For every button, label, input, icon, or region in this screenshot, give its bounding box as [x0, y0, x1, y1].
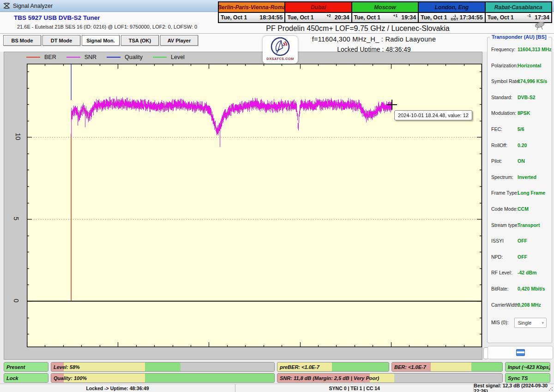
meter-lock: Lock — [4, 373, 48, 383]
satellite-dish-icon — [532, 21, 547, 32]
dxsatcs-logo-text: DXSATCS.COM — [266, 57, 294, 61]
transponder-label: Symbol Rate: — [491, 78, 520, 84]
transponder-value: 0,208 MHz — [518, 302, 541, 308]
legend-label: BER — [44, 54, 56, 60]
transponder-value: DVB-S2 — [518, 95, 536, 100]
transponder-value: Horizontal — [518, 63, 541, 68]
meter-text: SNR: 11,8 dB (Margin: 2,5 dB | Very Poor… — [280, 375, 379, 381]
meter-segment-gray — [394, 374, 502, 382]
meter-snr: SNR: 11,8 dB (Margin: 2,5 dB | Very Poor… — [277, 373, 503, 383]
meter-segment-yellow — [431, 362, 471, 371]
tab-tsa-ok[interactable]: TSA (OK) — [121, 35, 159, 46]
mis-row: MIS (0): Single ▾ — [491, 320, 548, 330]
transponder-row-rf-level: RF Level:-42 dBm — [491, 270, 548, 276]
clock-berlin-paris-vienna-roma: Berlin-Paris-Vienna-RomaTue, Oct 118:34:… — [219, 2, 285, 22]
transponder-value: OFF — [518, 238, 527, 244]
chevron-down-icon: ▾ — [542, 321, 544, 325]
transponder-panel: Transponder (AU) [BS] Frequency:11604,31… — [487, 37, 552, 343]
save-snapshot-button[interactable] — [488, 346, 553, 359]
clock-time-value: 17:34 — [535, 14, 549, 21]
transponder-panel-title: Transponder (AU) [BS] — [490, 34, 548, 40]
clock-city-label: Moscow — [352, 2, 418, 13]
chart-legend: BERSNRQualityLevel — [26, 53, 195, 62]
clock-rabat-casablanca: Rabat-CasablancaTue, Oct 1-117:34 — [486, 2, 551, 22]
transponder-label: Standard: — [491, 95, 512, 100]
world-clocks: Berlin-Paris-Vienna-RomaTue, Oct 118:34:… — [218, 1, 552, 23]
clock-time: Tue, Oct 118:34:55 — [219, 13, 284, 22]
transponder-row-code-mode: Code Mode:CCM — [491, 206, 548, 213]
transponder-label: ISSYI — [491, 238, 504, 244]
tab-bs-mode[interactable]: BS Mode — [3, 35, 41, 46]
legend-swatch-level — [153, 57, 167, 58]
transponder-row-symbol-rate: Symbol Rate:174,996 KS/s — [491, 78, 548, 85]
meter-preber: preBER: <1.0E-7 — [277, 362, 389, 372]
legend-label: Level — [171, 54, 185, 60]
transponder-label: Frame Type: — [491, 190, 518, 196]
clock-time: Tue, Oct 1+119:34 — [352, 13, 418, 22]
tab-dt-mode[interactable]: DT Mode — [42, 35, 80, 46]
transponder-label: Spectrum: — [491, 174, 513, 180]
transponder-row-fec: FEC:5/6 — [491, 126, 548, 133]
transponder-value: CCM — [518, 206, 529, 212]
transponder-label: Frequency: — [491, 47, 516, 52]
transponder-label: Polarization: — [491, 63, 518, 68]
clock-utc-offset: -1 — [527, 13, 531, 18]
clock-london-eng: London, EngTue, Oct 1-1DST17:34:55 — [419, 2, 485, 22]
transponder-row-issyi: ISSYIOFF — [491, 238, 548, 244]
clock-time: Tue, Oct 1+220:34 — [285, 13, 351, 22]
clock-date: Tue, Oct 1 — [354, 14, 380, 21]
transponder-value: 11604,313 MHz — [518, 47, 552, 52]
legend-swatch-ber — [26, 57, 40, 58]
transponder-label: CarrierWidth: — [491, 302, 520, 308]
clock-time-value: 17:34:55 — [460, 14, 483, 21]
transponder-value: 0,420 Mbit/s — [518, 286, 545, 291]
meter-segment-green — [471, 362, 502, 371]
clock-utc-offset: -1DST — [451, 14, 458, 21]
tab-av-player[interactable]: AV Player — [160, 35, 198, 46]
transponder-row-npd: NPD:OFF — [491, 254, 548, 261]
meter-fill — [51, 362, 274, 371]
meter-quality: Quality: 100% — [51, 373, 275, 383]
y-axis-label: 10 — [14, 133, 22, 141]
disk-icon — [516, 349, 525, 356]
tab-signal-mon[interactable]: Signal Mon. — [82, 35, 120, 46]
meter-segment-green — [332, 362, 389, 371]
transponder-value: 5/6 — [518, 126, 524, 132]
plot-area — [27, 64, 482, 347]
mis-label: MIS (0): — [491, 320, 508, 325]
transponder-row-frequency: Frequency:11604,313 MHz — [491, 47, 548, 53]
legend-swatch-quality — [107, 57, 120, 58]
app-antenna-icon — [3, 2, 10, 9]
transponder-value: 8PSK — [518, 110, 530, 116]
signal-chart-canvas[interactable] — [27, 64, 482, 347]
statusbar-sync: SYNC 0 | TEI 1 | CC 14 — [235, 384, 473, 392]
clock-date: Tue, Oct 1 — [488, 14, 514, 21]
resize-grip[interactable] — [548, 386, 553, 391]
transponder-label: RF Level: — [491, 270, 512, 275]
transponder-row-spectrum: Spectrum:Inverted — [491, 174, 548, 181]
chart-tooltip: 2024-10-01 18.24.48, value: 12 — [394, 110, 472, 120]
antenna-location-title: PF Prodelin 450cm+ LOF=9.75 GHz / Lucene… — [208, 24, 508, 33]
meter-segment-green — [145, 374, 274, 382]
clock-city-label: Dubai — [285, 2, 351, 13]
clock-time: Tue, Oct 1-117:34 — [486, 13, 551, 22]
dxsatcs-logo: DXSATCS.COM — [263, 36, 298, 64]
meter-text: BER: <1.0E-7 — [394, 364, 426, 370]
clock-date: Tue, Oct 1 — [221, 14, 247, 21]
transponder-label: NPD: — [491, 254, 503, 260]
legend-label: SNR — [84, 54, 96, 60]
mis-selected-value: Single — [518, 320, 531, 326]
transponder-row-modulation: Modulation:8PSK — [491, 110, 548, 117]
mis-select[interactable]: Single ▾ — [514, 318, 547, 328]
transponder-label: RollOff: — [491, 143, 507, 148]
legend-item-snr: SNR — [66, 54, 96, 60]
statusbar: Locked -> Uptime: 48:36:49 SYNC 0 | TEI … — [0, 384, 554, 392]
transponder-row-carrierwidth: CarrierWidth:0,208 MHz — [491, 302, 548, 309]
status-meters-row-2: LockQuality: 100%SNR: 11,8 dB (Margin: 2… — [4, 373, 550, 383]
tuner-name: TBS 5927 USB DVB-S2 Tuner — [14, 14, 100, 21]
dxsatcs-dish-icon — [271, 37, 290, 56]
clock-city-label: Rabat-Casablanca — [486, 2, 551, 13]
meter-text: preBER: <1.0E-7 — [280, 364, 319, 370]
clock-time: Tue, Oct 1-1DST17:34:55 — [419, 13, 484, 22]
transponder-label: Stream type: — [491, 222, 519, 228]
